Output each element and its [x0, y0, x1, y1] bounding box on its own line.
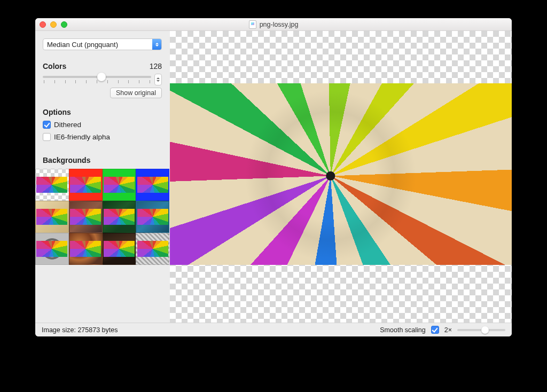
colors-slider-area: [43, 74, 162, 87]
preview-pane[interactable]: [170, 31, 512, 323]
colors-label: Colors: [43, 62, 66, 70]
smooth-scaling-label: Smooth scaling: [380, 326, 425, 334]
content-area: Median Cut (pngquant) Colors 128 Show or…: [35, 31, 512, 323]
ie6-alpha-label: IE6-friendly alpha: [54, 133, 110, 141]
background-swatch[interactable]: [35, 233, 69, 265]
smooth-scaling-checkbox[interactable]: [431, 326, 439, 334]
background-swatch[interactable]: [103, 169, 136, 201]
background-swatch[interactable]: [69, 169, 103, 201]
zoom-value: 2×: [444, 326, 452, 334]
file-icon: [249, 20, 256, 29]
app-window: png-lossy.jpg Median Cut (pngquant) Colo…: [35, 18, 512, 336]
background-swatch[interactable]: [136, 169, 169, 201]
background-swatch[interactable]: [136, 201, 169, 233]
titlebar[interactable]: png-lossy.jpg: [35, 18, 512, 31]
backgrounds-title: Backgrounds: [43, 156, 162, 164]
background-swatch[interactable]: [35, 169, 69, 201]
options-title: Options: [43, 108, 162, 116]
colors-slider[interactable]: [43, 74, 151, 87]
ie6-alpha-row[interactable]: IE6-friendly alpha: [43, 133, 162, 141]
image-size-readout: Image size: 275873 bytes: [42, 326, 118, 334]
colors-value: 128: [150, 62, 162, 70]
preview-image: [170, 83, 512, 265]
dithered-checkbox[interactable]: [43, 121, 51, 129]
background-swatch[interactable]: [69, 233, 103, 265]
image-size-label: Image size:: [42, 326, 76, 334]
backgrounds-grid: [35, 169, 169, 265]
traffic-lights: [40, 21, 67, 28]
background-swatch[interactable]: [69, 201, 103, 233]
background-swatch[interactable]: [103, 233, 136, 265]
image-size-value: 275873 bytes: [77, 326, 118, 334]
window-title-text: png-lossy.jpg: [260, 21, 299, 28]
algorithm-dropdown[interactable]: Median Cut (pngquant): [43, 38, 162, 50]
close-window-button[interactable]: [40, 21, 46, 28]
zoom-slider[interactable]: [457, 326, 505, 334]
zoom-window-button[interactable]: [61, 21, 67, 28]
background-swatch[interactable]: [103, 201, 136, 233]
zoom-slider-thumb[interactable]: [481, 326, 489, 334]
ie6-alpha-checkbox[interactable]: [43, 133, 51, 141]
show-original-button[interactable]: Show original: [110, 88, 162, 98]
dithered-label: Dithered: [54, 121, 81, 129]
colors-row: Colors 128: [43, 62, 162, 70]
minimize-window-button[interactable]: [50, 21, 57, 28]
statusbar: Image size: 275873 bytes Smooth scaling …: [35, 323, 512, 336]
dithered-row[interactable]: Dithered: [43, 121, 162, 129]
background-swatch[interactable]: [136, 233, 169, 265]
colors-stepper[interactable]: [154, 74, 162, 85]
background-swatch[interactable]: [35, 201, 69, 233]
window-title: png-lossy.jpg: [35, 20, 512, 29]
sidebar: Median Cut (pngquant) Colors 128 Show or…: [35, 31, 170, 323]
algorithm-dropdown-value: Median Cut (pngquant): [47, 41, 118, 49]
dropdown-arrows-icon: [152, 39, 161, 50]
